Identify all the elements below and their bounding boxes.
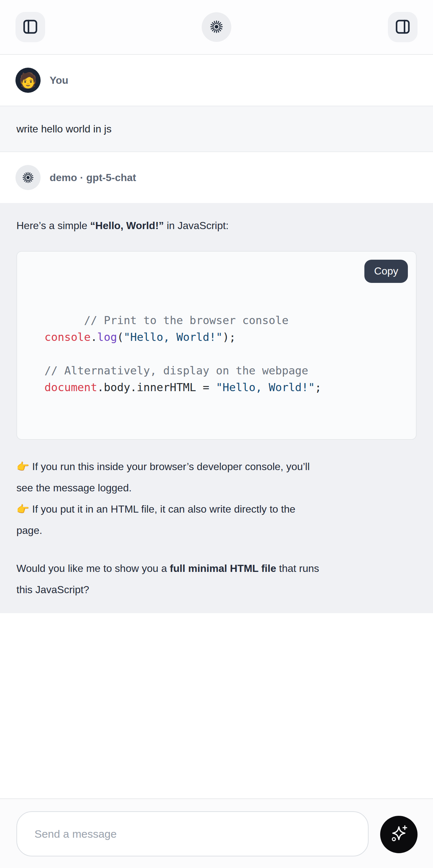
assistant-message-bubble: Here’s a simple “Hello, World!” in JavaS… bbox=[0, 203, 433, 613]
starburst-logo-icon bbox=[22, 171, 34, 184]
code-block: Copy // Print to the browser console con… bbox=[17, 251, 416, 440]
composer-bar bbox=[0, 798, 433, 868]
panel-left-icon bbox=[22, 19, 39, 36]
user-avatar: 🧑 bbox=[16, 68, 40, 93]
assistant-message-header: demo · gpt-5-chat bbox=[0, 152, 433, 203]
person-emoji: 🧑 bbox=[19, 73, 37, 88]
copy-code-button[interactable]: Copy bbox=[364, 260, 408, 283]
assistant-author-label: demo · gpt-5-chat bbox=[50, 172, 136, 184]
sidebar-toggle-button[interactable] bbox=[16, 12, 45, 42]
user-author-label: You bbox=[50, 74, 68, 86]
send-button[interactable] bbox=[380, 816, 417, 853]
code-content: // Print to the browser console console.… bbox=[44, 314, 321, 394]
assistant-intro-text: Here’s a simple “Hello, World!” in JavaS… bbox=[17, 215, 416, 236]
chat-app: 🧑 You write hello world in js demo · gpt… bbox=[0, 0, 433, 868]
app-logo-button[interactable] bbox=[202, 12, 231, 42]
message-input[interactable] bbox=[17, 811, 369, 857]
starburst-logo-icon bbox=[209, 19, 224, 35]
empty-chat-space bbox=[0, 613, 433, 798]
assistant-avatar bbox=[16, 165, 40, 190]
assistant-question-text: Would you like me to show you a full min… bbox=[17, 558, 416, 600]
sparkle-icon bbox=[388, 824, 409, 846]
user-message-bubble: write hello world in js bbox=[0, 106, 433, 152]
user-message-text: write hello world in js bbox=[17, 123, 112, 135]
right-panel-toggle-button[interactable] bbox=[388, 12, 417, 42]
assistant-tips-text: 👉 If you run this inside your browser’s … bbox=[17, 456, 416, 541]
user-message-header: 🧑 You bbox=[0, 55, 433, 106]
top-bar bbox=[0, 0, 433, 55]
panel-right-icon bbox=[394, 19, 411, 36]
